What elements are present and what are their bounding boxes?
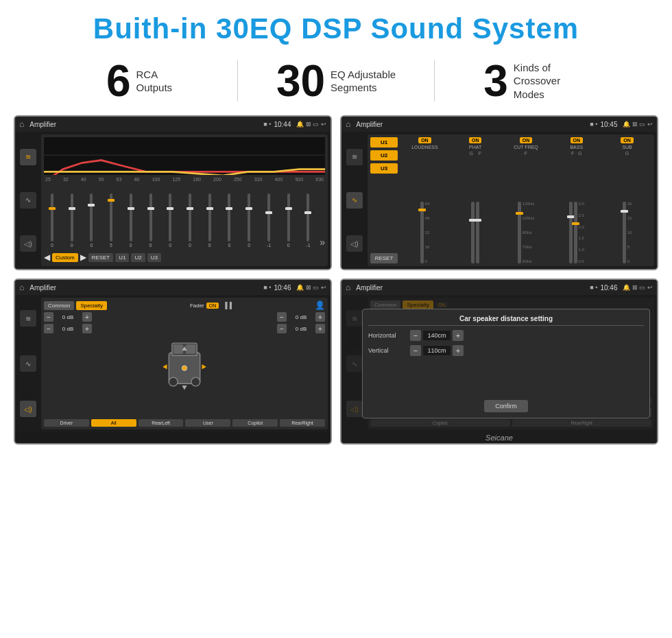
spk-icon-eq[interactable]: ≋: [20, 310, 36, 327]
dist-status-bar: ⌂ Amplifier ■ • 10:46 🔔 ⊠ ▭ ↩: [341, 280, 657, 295]
vol-plus-3[interactable]: +: [315, 312, 325, 322]
cx-icon-speaker[interactable]: ◁): [346, 235, 363, 252]
vertical-plus-button[interactable]: +: [453, 345, 464, 356]
eq-slider-10[interactable]: 0: [221, 193, 238, 248]
eq-u2-button[interactable]: U2: [131, 253, 145, 262]
cx-sub-slider: 20 15 10 5 0: [623, 157, 632, 263]
cx-u2-button[interactable]: U2: [370, 150, 398, 161]
eq-slider-5[interactable]: 0: [123, 193, 139, 248]
eq-home-icon[interactable]: ⌂: [19, 119, 24, 129]
eq-slider-8[interactable]: 0: [182, 193, 198, 248]
eq-slider-1[interactable]: 0: [44, 193, 60, 248]
confirm-button[interactable]: Confirm: [484, 400, 528, 412]
eq-slider-13[interactable]: 0: [280, 193, 297, 248]
vol-plus-4[interactable]: +: [315, 324, 325, 333]
horizontal-minus-button[interactable]: −: [410, 330, 421, 341]
vol-plus-1[interactable]: +: [82, 312, 92, 322]
stat-number-crossover: 3: [483, 59, 508, 103]
spk-content: ≋ ∿ ◁) Common Specialty Fader ON ▐▐ 👤: [15, 295, 331, 432]
cx-nav-icons: ■ •: [590, 121, 597, 128]
cx-presets: U1 U2 U3 RESET: [370, 137, 398, 263]
vol-row-1: − 0 dB +: [44, 312, 92, 322]
cx-sub-toggle[interactable]: ON: [621, 137, 634, 143]
vertical-minus-button[interactable]: −: [410, 345, 421, 356]
eq-sidebar: ≋ ∿ ◁): [18, 134, 38, 266]
cx-u3-button[interactable]: U3: [370, 163, 398, 174]
eq-prev-button[interactable]: ◀: [44, 252, 50, 262]
eq-reset-button[interactable]: RESET: [88, 253, 114, 262]
vol-minus-3[interactable]: −: [277, 312, 287, 322]
spk-sidebar: ≋ ∿ ◁): [18, 298, 38, 429]
eq-scroll-right[interactable]: »: [320, 237, 325, 248]
eq-custom-button[interactable]: Custom: [52, 253, 78, 262]
stat-label-rca: RCA Outputs: [136, 68, 173, 95]
eq-slider-7[interactable]: 0: [162, 193, 178, 248]
zone-rearright[interactable]: RearRight: [280, 419, 325, 427]
stat-crossover: 3 Kinds of Crossover Modes: [435, 59, 631, 103]
eq-status-icons: 🔔 ⊠ ▭ ↩: [296, 121, 326, 128]
spk-controls: − 0 dB + − 0 dB +: [44, 312, 325, 417]
zone-all[interactable]: All: [91, 419, 136, 427]
vol-minus-1[interactable]: −: [44, 312, 53, 322]
vol-minus-2[interactable]: −: [44, 324, 53, 333]
zone-driver[interactable]: Driver: [44, 419, 89, 427]
eq-controls: ◀ Custom ▶ RESET U1 U2 U3: [44, 251, 325, 263]
zone-rearleft[interactable]: RearLeft: [139, 419, 184, 427]
spk-profile-icon[interactable]: 👤: [315, 300, 325, 310]
eq-status-bar: ⌂ Amplifier ■ • 10:44 🔔 ⊠ ▭ ↩: [15, 117, 331, 132]
eq-icon-wave[interactable]: ∿: [20, 192, 36, 209]
dist-bar-title: Amplifier: [356, 284, 587, 292]
spk-home-icon[interactable]: ⌂: [19, 283, 24, 292]
dialog-title: Car speaker distance setting: [368, 315, 644, 326]
spk-icon-speaker[interactable]: ◁): [20, 401, 36, 417]
cx-reset-button[interactable]: RESET: [370, 253, 398, 263]
cx-phat-toggle[interactable]: ON: [469, 137, 482, 143]
dist-home-icon[interactable]: ⌂: [346, 283, 350, 292]
eq-slider-14[interactable]: -1: [300, 193, 317, 248]
cx-icon-eq[interactable]: ≋: [346, 149, 363, 165]
dialog-horizontal-label: Horizontal: [368, 332, 406, 339]
cx-bass-toggle[interactable]: ON: [571, 137, 584, 143]
spk-icon-wave[interactable]: ∿: [20, 355, 36, 372]
speaker-screen-wrapper: ⌂ Amplifier ■ • 10:46 🔔 ⊠ ▭ ↩ ≋ ∿ ◁) Com…: [14, 279, 332, 445]
eq-u3-button[interactable]: U3: [147, 253, 161, 262]
eq-slider-3[interactable]: 0: [83, 193, 99, 248]
cx-sidebar: ≋ ∿ ◁): [344, 134, 365, 266]
dialog-vertical-row: Vertical − 110cm +: [368, 345, 644, 356]
eq-slider-6[interactable]: 0: [143, 193, 159, 248]
cx-u1-button[interactable]: U1: [370, 137, 398, 147]
zone-user[interactable]: User: [185, 419, 230, 427]
cx-main: U1 U2 U3 RESET ON LOUDNESS 64 4: [368, 134, 654, 266]
cx-status-bar: ⌂ Amplifier ■ • 10:45 🔔 ⊠ ▭ ↩: [341, 117, 657, 132]
vol-minus-4[interactable]: −: [277, 324, 287, 333]
stat-eq: 30 EQ Adjustable Segments: [238, 59, 434, 103]
spk-tab-specialty[interactable]: Specialty: [76, 301, 106, 310]
eq-u1-button[interactable]: U1: [115, 253, 129, 262]
eq-icon-eq[interactable]: ≋: [20, 149, 36, 165]
eq-slider-4[interactable]: 5: [103, 193, 119, 248]
cx-channels: ON LOUDNESS 64 48 32 16 0: [400, 137, 651, 263]
stat-label-eq: EQ Adjustable Segments: [331, 68, 396, 95]
zone-copilot[interactable]: Copilot: [232, 419, 278, 427]
fader-toggle[interactable]: ON: [206, 303, 219, 309]
eq-slider-11[interactable]: 0: [241, 193, 257, 248]
cx-icon-wave[interactable]: ∿: [346, 192, 363, 209]
page-title: Buith-in 30EQ DSP Sound System: [0, 12, 672, 45]
vol-plus-2[interactable]: +: [82, 324, 92, 333]
spk-status-bar: ⌂ Amplifier ■ • 10:46 🔔 ⊠ ▭ ↩: [15, 280, 331, 295]
eq-main: 25 32 40 50 63 80 100 125 160 200 250 32…: [41, 134, 328, 266]
cx-cutfreq-toggle[interactable]: ON: [520, 137, 533, 143]
horizontal-plus-button[interactable]: +: [453, 330, 464, 341]
spk-time: 10:46: [274, 284, 291, 292]
eq-icon-speaker[interactable]: ◁): [20, 235, 36, 252]
cx-status-icons: 🔔 ⊠ ▭ ↩: [623, 121, 653, 128]
eq-slider-12[interactable]: -1: [261, 193, 277, 248]
cx-ch-cutfreq: ON CUT FREQ F 120Hz 100Hz 80Hz 70Hz 60Hz: [502, 137, 551, 263]
eq-slider-9[interactable]: 0: [202, 193, 218, 248]
eq-next-button[interactable]: ▶: [80, 252, 86, 262]
spk-status-icons: 🔔 ⊠ ▭ ↩: [296, 284, 326, 291]
cx-home-icon[interactable]: ⌂: [346, 119, 350, 129]
spk-tab-common[interactable]: Common: [44, 301, 74, 310]
eq-slider-2[interactable]: 0: [64, 193, 80, 248]
cx-loudness-toggle[interactable]: ON: [418, 137, 431, 143]
